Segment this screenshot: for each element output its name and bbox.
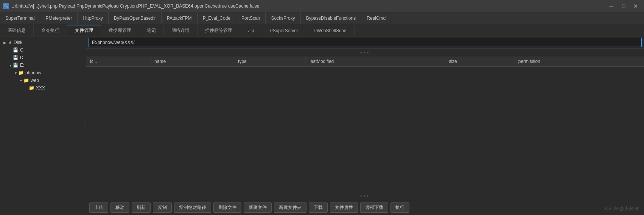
- action-btn-2[interactable]: 刷新: [132, 202, 151, 213]
- folder-icon-5: 📁: [23, 78, 29, 83]
- col-header-permission[interactable]: permission: [514, 56, 644, 67]
- tree-item-5[interactable]: ▾📁 web: [0, 77, 83, 84]
- tab-5[interactable]: 网络详情: [164, 25, 198, 36]
- action-bar: 上传移动刷新复制复制绝对路径删除文件新建文件新建文件夹下载文件属性远程下载执行: [86, 200, 644, 215]
- path-input[interactable]: [89, 38, 642, 47]
- tree-label-0: Disk: [14, 40, 22, 45]
- tab-4[interactable]: 笔记: [139, 25, 164, 36]
- action-btn-10[interactable]: 远程下载: [360, 202, 388, 213]
- col-header-size[interactable]: size: [445, 56, 514, 67]
- tab-6[interactable]: 插件标签管理: [198, 25, 240, 36]
- action-btn-3[interactable]: 复制: [153, 202, 172, 213]
- tab-9[interactable]: PWebShellScan: [306, 25, 355, 36]
- action-btn-8[interactable]: 下载: [309, 202, 328, 213]
- tab-1[interactable]: 命令执行: [34, 25, 67, 36]
- action-btn-1[interactable]: 移动: [110, 202, 129, 213]
- tab-0[interactable]: 基础信息: [0, 25, 34, 36]
- maximize-button[interactable]: □: [618, 2, 629, 10]
- tree-item-4[interactable]: ▾📁 phpnow: [0, 69, 83, 77]
- tree-label-4: phpnow: [25, 70, 41, 75]
- main-content: ▶🖥 Disk💾 C:💾 D:▾💾 E:▾📁 phpnow▾📁 web📁 XXX…: [0, 36, 644, 215]
- tree-label-1: C:: [20, 47, 25, 53]
- tree-item-6[interactable]: 📁 XXX: [0, 84, 83, 92]
- resize-handle[interactable]: ⋮: [83, 36, 86, 215]
- folder-icon-3: 💾: [13, 63, 19, 68]
- action-btn-5[interactable]: 删除文件: [213, 202, 241, 213]
- toolbar-item-socksproxy[interactable]: SocksProxy: [266, 12, 300, 24]
- action-btn-6[interactable]: 新建文件: [244, 202, 272, 213]
- tree-label-3: E:: [20, 63, 24, 68]
- content-panel: ••• ic...nametypelastModifiedsizepermiss…: [86, 36, 644, 215]
- folder-icon-6: 📁: [29, 85, 34, 91]
- tree-item-3[interactable]: ▾💾 E:: [0, 61, 83, 69]
- col-header-type[interactable]: type: [234, 56, 306, 67]
- folder-icon-4: 📁: [18, 70, 24, 75]
- toolbar-item-realcmd[interactable]: RealCmd: [361, 12, 391, 24]
- tree-item-2[interactable]: 💾 D:: [0, 54, 83, 61]
- table-header-row: ic...nametypelastModifiedsizepermission: [86, 56, 644, 67]
- action-btn-7[interactable]: 新建文件夹: [274, 202, 306, 213]
- tree-label-5: web: [31, 78, 39, 83]
- minimize-button[interactable]: ─: [606, 2, 617, 10]
- title-text: Url:http://w[...]shell.php Payload:PhpDy…: [11, 3, 259, 9]
- tab-7[interactable]: Zip: [240, 25, 262, 36]
- toolbar-item-p-eval-code[interactable]: P_Eval_Code: [198, 12, 236, 24]
- path-bar: [86, 36, 644, 49]
- tab-bar: 基础信息命令执行文件管理数据库管理笔记网络详情插件标签管理ZipPSuperSe…: [0, 24, 644, 36]
- action-btn-9[interactable]: 文件属性: [330, 202, 358, 213]
- col-header-lastModified[interactable]: lastModified: [306, 56, 445, 67]
- tab-8[interactable]: PSuperServer: [262, 25, 306, 36]
- sidebar: ▶🖥 Disk💾 C:💾 D:▾💾 E:▾📁 phpnow▾📁 web📁 XXX: [0, 36, 83, 215]
- tab-2[interactable]: 文件管理: [67, 25, 101, 36]
- toolbar-item-superterminal[interactable]: SuperTerminal: [0, 12, 40, 24]
- toolbar-item-pattackfpm[interactable]: PAttackFPM: [162, 12, 198, 24]
- toolbar-item-bypassopenbasedir[interactable]: ByPassOpenBasedir: [109, 12, 162, 24]
- tree-arrow-0: ▶: [2, 41, 8, 45]
- tree-label-2: D:: [20, 55, 25, 60]
- tree-label-6: XXX: [36, 85, 45, 91]
- dots-separator-middle: •••: [86, 192, 644, 200]
- action-btn-11[interactable]: 执行: [390, 202, 409, 213]
- title-bar: 🔧 Url:http://w[...]shell.php Payload:Php…: [0, 0, 644, 12]
- toolbar-item-portscan[interactable]: PortScan: [236, 12, 266, 24]
- dots-separator-top: •••: [86, 49, 644, 56]
- file-table: ic...nametypelastModifiedsizepermission: [86, 56, 644, 192]
- toolbar-top: SuperTerminalPMeterpreterHttpProxyByPass…: [0, 12, 644, 24]
- tree-item-0[interactable]: ▶🖥 Disk: [0, 39, 83, 46]
- watermark: CSDN @小安-an: [605, 206, 639, 212]
- toolbar-item-httpproxy[interactable]: HttpProxy: [78, 12, 109, 24]
- tree-item-1[interactable]: 💾 C:: [0, 46, 83, 54]
- col-header-ic[interactable]: ic...: [86, 56, 151, 67]
- app-icon: 🔧: [3, 3, 9, 9]
- tab-3[interactable]: 数据库管理: [101, 25, 139, 36]
- window-controls: ─ □ ✕: [606, 2, 641, 10]
- tree-arrow-4: ▾: [13, 71, 18, 75]
- tree-arrow-3: ▾: [8, 63, 13, 67]
- folder-icon-2: 💾: [13, 55, 19, 60]
- action-btn-4[interactable]: 复制绝对路径: [174, 202, 211, 213]
- close-button[interactable]: ✕: [630, 2, 641, 10]
- action-btn-0[interactable]: 上传: [89, 202, 108, 213]
- tree-arrow-5: ▾: [18, 78, 23, 83]
- col-header-name[interactable]: name: [151, 56, 234, 67]
- toolbar-item-pmeterpreter[interactable]: PMeterpreter: [40, 12, 78, 24]
- toolbar-item-bypassdisablefunctions[interactable]: BypassDisableFunctions: [301, 12, 361, 24]
- disk-icon-0: 🖥: [8, 40, 12, 45]
- folder-icon-1: 💾: [13, 47, 19, 53]
